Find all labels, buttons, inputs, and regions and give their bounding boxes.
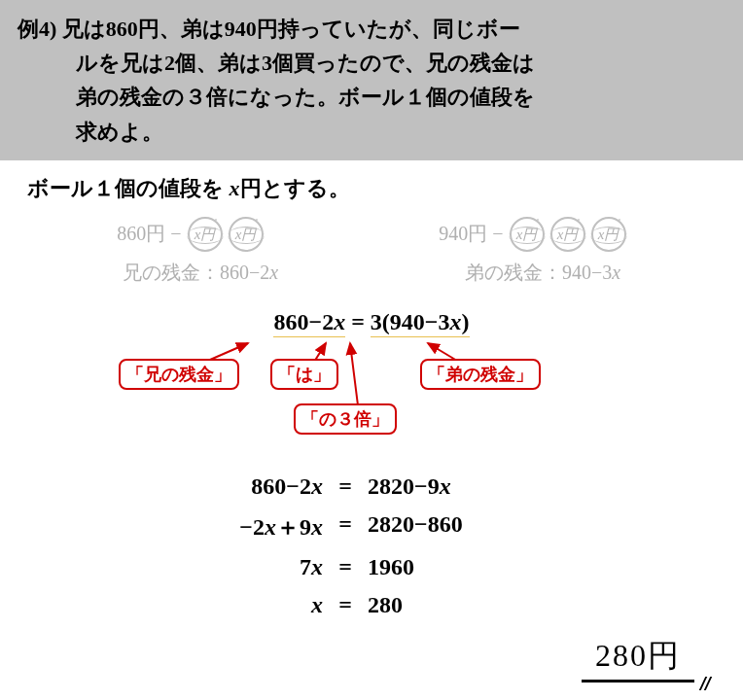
- equation-coef: 3: [371, 309, 382, 337]
- younger-money: 940円 −: [439, 221, 503, 247]
- s1la: −2: [239, 514, 265, 540]
- equation-rhs: (940−3x): [382, 309, 470, 337]
- younger-remainder-expr: 940−3: [562, 262, 612, 283]
- s1lb: ＋9: [276, 514, 311, 540]
- s0ra: 2820−9: [368, 473, 440, 499]
- s1ra: 2820−860: [368, 511, 463, 537]
- step-eq: =: [331, 554, 360, 580]
- step-left: 7x: [0, 554, 331, 580]
- step-eq: =: [331, 473, 360, 500]
- s2la: 7: [300, 554, 311, 579]
- eq-rhs-var: x: [450, 309, 462, 334]
- step-eq: =: [331, 592, 360, 618]
- younger-diagram: 940円 − x円 x円 x円: [439, 217, 625, 252]
- problem-line1: 兄は860円、弟は940円持っていたが、同じボー: [62, 17, 520, 41]
- callout-wa: 「は」: [270, 359, 338, 390]
- remainder-row: 兄の残金：860−2x 弟の残金：940−3x: [0, 256, 743, 301]
- eq-lhs-var: x: [334, 309, 345, 334]
- s0lv: x: [311, 473, 323, 499]
- step-left: 860−2x: [0, 473, 331, 500]
- diagram-row: 860円 − x円 x円 940円 − x円 x円 x円: [0, 213, 743, 256]
- s1lv2: x: [311, 514, 323, 540]
- steps: 860−2x = 2820−9x −2x＋9x = 2820−860 7x = …: [0, 458, 743, 624]
- step-right: 1960: [360, 554, 414, 580]
- problem-label: 例4): [18, 17, 56, 41]
- problem-box: 例4) 兄は860円、弟は940円持っていたが、同じボー ルを兄は2個、弟は3個…: [0, 0, 743, 160]
- callout-elder: 「兄の残金」: [119, 359, 239, 390]
- setup-line: ボール１個の値段を x円とする。: [0, 160, 743, 213]
- s0la: 860−2: [251, 473, 311, 499]
- svg-line-3: [350, 343, 358, 405]
- step-right: 2820−860: [360, 511, 463, 542]
- problem-line3: 弟の残金の３倍になった。ボール１個の値段を: [18, 80, 725, 114]
- ball-icon: x円: [188, 217, 223, 252]
- younger-remainder-label: 弟の残金：: [465, 262, 562, 283]
- elder-remainder-label: 兄の残金：: [123, 262, 220, 283]
- eq-po: (: [382, 309, 390, 334]
- s2lv: x: [311, 554, 323, 579]
- step-right: 280: [360, 592, 403, 618]
- arrow-lines: [0, 341, 743, 458]
- eq-pc: ): [462, 309, 470, 334]
- setup-variable: x: [230, 176, 240, 200]
- step-eq: =: [331, 511, 360, 542]
- step-row: 860−2x = 2820−9x: [0, 468, 743, 506]
- problem-line2: ルを兄は2個、弟は3個買ったので、兄の残金は: [18, 46, 725, 80]
- step-left: −2x＋9x: [0, 511, 331, 542]
- s0rv: x: [440, 473, 451, 499]
- elder-diagram: 860円 − x円 x円: [117, 217, 263, 252]
- main-equation: 860−2x = 3(940−3x): [0, 301, 743, 341]
- elder-remainder: 兄の残金：860−2x: [123, 260, 278, 286]
- step-left: x: [0, 592, 331, 618]
- s3ra: 280: [368, 592, 403, 617]
- elder-remainder-expr: 860−2: [220, 262, 269, 283]
- s1lv: x: [265, 514, 276, 540]
- callout-triple: 「の３倍」: [294, 403, 397, 435]
- step-row: x = 280: [0, 586, 743, 624]
- step-right: 2820−9x: [360, 473, 451, 500]
- step-row: −2x＋9x = 2820−860: [0, 506, 743, 548]
- step-row: 7x = 1960: [0, 548, 743, 586]
- setup-suffix: 円とする。: [240, 176, 350, 200]
- elder-remainder-var: x: [269, 262, 278, 283]
- eq-rhs-expr: 940−3: [390, 309, 450, 334]
- ball-icon: x円: [510, 217, 545, 252]
- setup-prefix: ボール１個の値段を: [27, 176, 230, 200]
- problem-line4: 求めよ。: [18, 115, 725, 149]
- equation-lhs: 860−2x: [273, 309, 345, 337]
- ball-icon: x円: [550, 217, 585, 252]
- younger-remainder-var: x: [612, 262, 620, 283]
- s2ra: 1960: [368, 554, 414, 579]
- equation-eq: =: [351, 309, 371, 334]
- callout-younger: 「弟の残金」: [420, 359, 541, 390]
- s3lv: x: [311, 592, 323, 617]
- eq-lhs-text: 860−2: [273, 309, 334, 334]
- annotations: 「兄の残金」 「は」 「弟の残金」 「の３倍」: [0, 341, 743, 458]
- ball-icon: x円: [591, 217, 626, 252]
- elder-money: 860円 −: [117, 221, 181, 247]
- answer: 280円: [582, 635, 694, 682]
- ball-icon: x円: [229, 217, 264, 252]
- younger-remainder: 弟の残金：940−3x: [465, 260, 620, 286]
